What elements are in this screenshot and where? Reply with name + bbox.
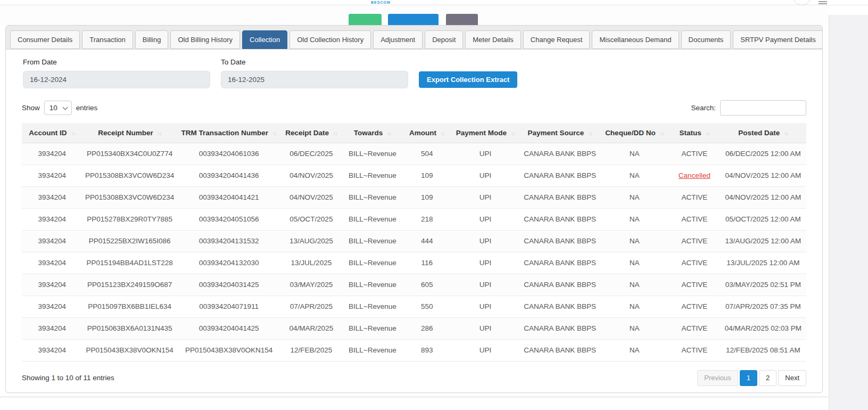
- column-header-payment-mode[interactable]: Payment Mode↑↓: [451, 123, 520, 143]
- cell-receipt-number: PP015043BX38V0OKN154: [82, 339, 177, 361]
- collection-table: Account ID↑↓Receipt Number↑↓TRM Transact…: [22, 123, 806, 362]
- tab-billing[interactable]: Billing: [135, 30, 169, 49]
- column-header-receipt-number[interactable]: Receipt Number↑↓: [82, 123, 177, 143]
- action-button-blue[interactable]: [388, 14, 439, 26]
- cell-towards: BILL~Revenue: [342, 186, 403, 208]
- tab-srtpv-payment-details[interactable]: SRTPV Payment Details: [733, 30, 823, 49]
- cell-payment-mode: UPI: [451, 230, 520, 252]
- tab-adjustment[interactable]: Adjustment: [373, 30, 423, 49]
- cell-payment-mode: UPI: [451, 165, 520, 186]
- cell-payment-source: CANARA BANK BBPS: [520, 317, 600, 339]
- page-length-select[interactable]: 10: [44, 101, 72, 115]
- column-header-status[interactable]: Status↑↓: [669, 123, 720, 143]
- entries-label: entries: [76, 104, 98, 112]
- action-button-green[interactable]: [349, 14, 382, 26]
- cell-amount: 109: [403, 186, 451, 208]
- cell-posted-date: 04/MAR/2025 02:03 PM: [720, 317, 806, 339]
- to-date-input[interactable]: [221, 71, 408, 88]
- cell-payment-source: CANARA BANK BBPS: [520, 296, 600, 317]
- cell-status: ACTIVE: [669, 296, 720, 317]
- column-header-account-id[interactable]: Account ID↑↓: [22, 123, 82, 143]
- tab-old-collection-history[interactable]: Old Collection History: [290, 30, 371, 49]
- showing-info: Showing 1 to 10 of 11 entries: [22, 374, 114, 382]
- sort-icon: ↑↓: [71, 130, 76, 136]
- from-date-input[interactable]: [23, 71, 210, 88]
- cell-towards: BILL~Revenue: [342, 296, 403, 317]
- cell-cheque-dd-no: NA: [600, 143, 669, 165]
- cell-trm-transaction-number: 003934204031425: [177, 274, 281, 296]
- cell-status: ACTIVE: [669, 208, 720, 230]
- cell-status: ACTIVE: [669, 252, 720, 274]
- tab-miscellaneous-demand[interactable]: Miscellaneous Demand: [592, 30, 679, 49]
- table-body: 3934204PP015340BX34C0U0Z7740039342040610…: [22, 143, 806, 361]
- cell-payment-source: CANARA BANK BBPS: [520, 274, 600, 296]
- pagination-1[interactable]: 1: [740, 370, 757, 386]
- cell-receipt-date: 13/JUL/2025: [280, 252, 342, 274]
- from-date-group: From Date: [23, 58, 210, 88]
- cell-receipt-number: PP015123BX249159O687: [82, 274, 177, 296]
- search-input[interactable]: [720, 100, 806, 116]
- cell-payment-mode: UPI: [451, 296, 520, 317]
- column-header-amount[interactable]: Amount↑↓: [403, 123, 451, 143]
- cell-payment-mode: UPI: [451, 143, 520, 165]
- table-row: 3934204PP015308BX3VC0W6D2340039342040414…: [22, 186, 806, 208]
- cell-trm-transaction-number: 003934204051056: [177, 208, 281, 230]
- action-button-gray[interactable]: [446, 14, 478, 26]
- cell-trm-transaction-number: 003934204041436: [177, 165, 281, 186]
- from-date-label: From Date: [23, 58, 210, 66]
- cell-posted-date: 07/APR/2025 07:35 PM: [720, 296, 806, 317]
- cell-payment-source: CANARA BANK BBPS: [520, 143, 600, 165]
- table-footer: Showing 1 to 10 of 11 entries Previous12…: [22, 370, 806, 386]
- cell-posted-date: 13/AUG/2025 12:00 AM: [720, 230, 806, 252]
- cell-status: ACTIVE: [669, 143, 720, 165]
- cell-account-id: 3934204: [22, 296, 82, 317]
- export-collection-extract-button[interactable]: Export Collection Extract: [419, 71, 517, 88]
- tab-deposit[interactable]: Deposit: [425, 30, 463, 49]
- sort-icon: ↑↓: [511, 130, 515, 136]
- cell-receipt-date: 07/APR/2025: [280, 296, 342, 317]
- cell-towards: BILL~Revenue: [342, 339, 403, 361]
- tab-transaction[interactable]: Transaction: [82, 30, 133, 49]
- pagination-2[interactable]: 2: [759, 370, 776, 386]
- cell-account-id: 3934204: [22, 274, 82, 296]
- cell-status: ACTIVE: [669, 186, 720, 208]
- column-header-payment-source[interactable]: Payment Source↑↓: [520, 123, 600, 143]
- tab-old-billing-history[interactable]: Old Billing History: [170, 30, 240, 49]
- cell-account-id: 3934204: [22, 317, 82, 339]
- column-header-cheque-dd-no[interactable]: Cheque/DD No↑↓: [600, 123, 669, 143]
- cell-payment-mode: UPI: [451, 252, 520, 274]
- cell-trm-transaction-number: PP015043BX38V0OKN154: [177, 339, 281, 361]
- tab-collection[interactable]: Collection: [242, 30, 287, 49]
- cell-amount: 109: [403, 165, 451, 186]
- tab-meter-details[interactable]: Meter Details: [465, 30, 521, 49]
- cell-receipt-date: 04/NOV/2025: [280, 165, 342, 186]
- tab-consumer-details[interactable]: Consumer Details: [10, 30, 80, 49]
- sort-icon: ↑↓: [441, 130, 445, 136]
- cell-trm-transaction-number: 003934204061036: [177, 143, 281, 165]
- column-header-trm-transaction-number[interactable]: TRM Transaction Number↑↓: [177, 123, 281, 143]
- column-header-receipt-date[interactable]: Receipt Date↑↓: [280, 123, 342, 143]
- sort-icon: ↑↓: [706, 130, 710, 136]
- tab-change-request[interactable]: Change Request: [523, 30, 590, 49]
- table-row: 3934204PP015340BX34C0U0Z7740039342040610…: [22, 143, 806, 165]
- cell-amount: 605: [403, 274, 451, 296]
- cell-payment-mode: UPI: [451, 339, 520, 361]
- sort-icon: ↑↓: [272, 130, 277, 136]
- cell-towards: BILL~Revenue: [342, 143, 403, 165]
- cell-cheque-dd-no: NA: [600, 252, 669, 274]
- cell-receipt-number: PP015278BX29R0TY7885: [82, 208, 177, 230]
- cell-account-id: 3934204: [22, 208, 82, 230]
- cell-payment-mode: UPI: [451, 208, 520, 230]
- column-header-posted-date[interactable]: Posted Date↑↓: [720, 123, 806, 143]
- cell-receipt-date: 03/MAY/2025: [280, 274, 342, 296]
- pagination-previous[interactable]: Previous: [697, 370, 738, 386]
- tab-documents[interactable]: Documents: [681, 30, 731, 49]
- user-menu-text: [819, 1, 827, 4]
- cell-payment-source: CANARA BANK BBPS: [520, 208, 600, 230]
- search-label: Search:: [691, 104, 716, 112]
- column-header-towards[interactable]: Towards↑↓: [342, 123, 403, 143]
- cell-receipt-number: PP015340BX34C0U0Z774: [82, 143, 177, 165]
- pagination-next[interactable]: Next: [778, 370, 806, 386]
- show-label: Show: [22, 104, 40, 112]
- status-cancelled-link[interactable]: Cancelled: [679, 171, 710, 179]
